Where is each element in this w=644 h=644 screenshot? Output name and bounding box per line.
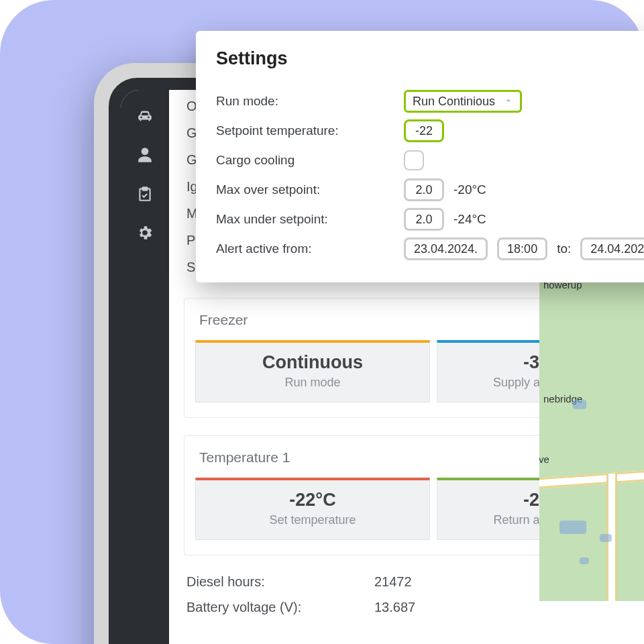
freezer-title: Freezer	[199, 312, 248, 328]
diesel-value: 21472	[374, 574, 412, 590]
run-mode-select[interactable]: Run Continious	[404, 90, 522, 113]
battery-label: Battery voltage (V):	[186, 600, 361, 615]
max-over-label: Max over setpoint:	[216, 182, 404, 197]
alert-to-date-input[interactable]: 24.04.2024.	[580, 237, 644, 260]
alert-from-date-input[interactable]: 23.04.2024.	[404, 237, 488, 260]
run-mode-label: Run mode	[203, 376, 423, 390]
run-mode-label: Run mode:	[216, 94, 404, 109]
run-mode-field: Run mode: Run Continious	[216, 87, 644, 116]
sidebar	[121, 90, 169, 644]
run-mode-tile: Continuous Run mode	[195, 340, 430, 402]
max-under-result: -24°C	[453, 212, 486, 227]
battery-value: 13.687	[374, 600, 415, 615]
max-under-label: Max under setpoint:	[216, 212, 404, 227]
cargo-cooling-field: Cargo cooling	[216, 146, 644, 175]
max-under-input[interactable]: 2.0	[404, 208, 444, 231]
map-water	[580, 557, 589, 564]
max-over-field: Max over setpoint: 2.0 -20°C	[216, 175, 644, 205]
diesel-label: Diesel hours:	[186, 574, 361, 590]
max-over-result: -20°C	[453, 182, 486, 197]
max-over-input[interactable]: 2.0	[404, 178, 444, 201]
setpoint-label: Setpoint temperature:	[216, 123, 404, 138]
alert-active-label: Alert active from:	[216, 241, 404, 256]
temperature1-title: Temperature 1	[199, 449, 290, 466]
car-icon[interactable]	[135, 106, 155, 126]
setpoint-field: Setpoint temperature: -22	[216, 116, 644, 146]
user-icon[interactable]	[135, 145, 155, 165]
set-temp-tile: -22°C Set temperature	[195, 478, 430, 540]
map-road	[539, 468, 644, 490]
clipboard-icon[interactable]	[135, 184, 155, 204]
run-mode-value: Continuous	[203, 352, 423, 373]
run-mode-value: Run Continious	[413, 95, 495, 109]
chevron-down-icon	[504, 95, 513, 109]
set-temp-label: Set temperature	[203, 513, 423, 527]
cargo-cooling-checkbox[interactable]	[404, 150, 424, 170]
map-water	[600, 534, 612, 542]
alert-active-field: Alert active from: 23.04.2024. 18:00 to:…	[216, 234, 644, 264]
max-under-field: Max under setpoint: 2.0 -24°C	[216, 205, 644, 234]
alert-to-label: to:	[557, 241, 571, 256]
map-place-label: rve	[539, 453, 549, 465]
gear-icon[interactable]	[135, 223, 155, 243]
settings-modal: Settings Run mode: Run Continious Setpoi…	[196, 31, 644, 282]
map-water	[573, 400, 586, 409]
cargo-cooling-label: Cargo cooling	[216, 153, 404, 168]
modal-title: Settings	[216, 48, 644, 69]
alert-from-time-input[interactable]: 18:00	[497, 237, 547, 260]
set-temp-value: -22°C	[203, 490, 423, 511]
setpoint-input[interactable]: -22	[404, 119, 444, 142]
map-water	[559, 521, 586, 534]
